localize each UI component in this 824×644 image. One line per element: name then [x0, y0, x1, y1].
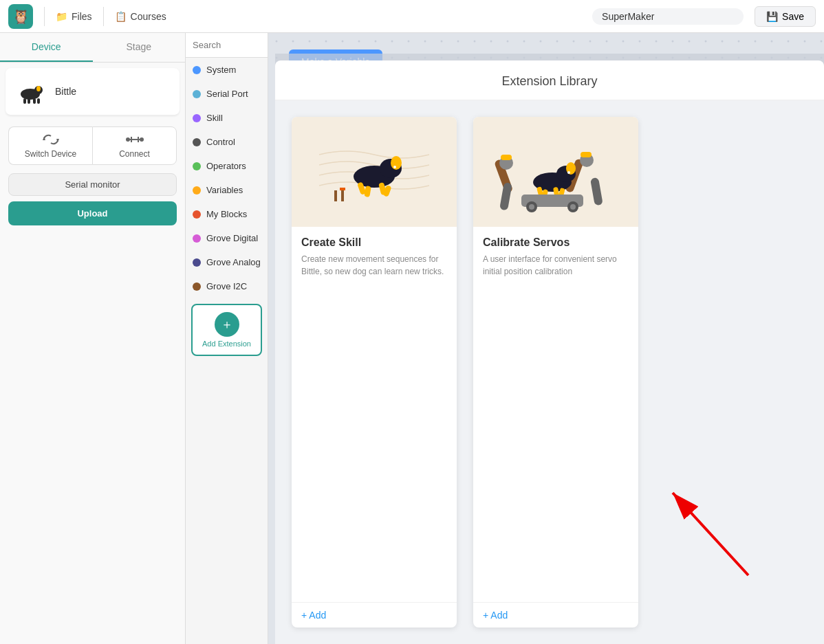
- switch-device-button[interactable]: Switch Device: [8, 126, 92, 165]
- create-skill-body: Create Skill Create new movement sequenc…: [292, 227, 457, 602]
- cat-system[interactable]: System: [186, 58, 268, 82]
- create-skill-image: [292, 117, 457, 227]
- owl-icon: 🦉: [12, 8, 30, 25]
- my-blocks-dot: [193, 210, 201, 219]
- device-info: Bittle: [6, 68, 180, 115]
- svg-rect-27: [334, 190, 337, 201]
- svg-point-20: [393, 166, 396, 168]
- action-buttons: Switch Device Connect: [0, 121, 185, 170]
- add-extension-button[interactable]: ＋ Add Extension: [191, 304, 262, 356]
- create-skill-title: Create Skill: [301, 236, 447, 249]
- calibrate-servos-footer: + Add: [473, 602, 638, 628]
- save-icon: 💾: [766, 11, 778, 22]
- device-name: Bittle: [55, 86, 76, 97]
- device-img: [14, 75, 47, 108]
- files-label: Files: [72, 11, 92, 22]
- courses-icon: 📋: [115, 11, 127, 22]
- cat-my-blocks[interactable]: My Blocks: [186, 202, 268, 226]
- tab-device[interactable]: Device: [0, 33, 93, 62]
- svg-point-11: [140, 137, 144, 142]
- connect-icon: [125, 133, 144, 146]
- nav-courses[interactable]: 📋 Courses: [115, 11, 166, 22]
- calibrate-servos-add-button[interactable]: + Add: [483, 610, 508, 621]
- svg-rect-26: [340, 188, 345, 190]
- grove-digital-dot: [193, 234, 201, 243]
- cat-skill-label: Skill: [206, 113, 223, 123]
- cat-serial-port-label: Serial Port: [206, 89, 248, 99]
- grove-analog-dot: [193, 258, 201, 267]
- create-skill-footer: + Add: [292, 602, 457, 628]
- logo[interactable]: 🦉: [8, 4, 33, 29]
- modal-body: Create Skill Create new movement sequenc…: [275, 100, 824, 644]
- serial-port-dot: [193, 90, 201, 98]
- calibrate-servos-body: Calibrate Servos A user interface for co…: [473, 227, 638, 602]
- files-icon: 📁: [56, 11, 67, 22]
- ext-card-create-skill: Create Skill Create new movement sequenc…: [292, 117, 457, 628]
- nav-files[interactable]: 📁 Files: [56, 11, 92, 22]
- topbar: 🦉 📁 Files 📋 Courses 💾 Save: [0, 0, 824, 33]
- save-button[interactable]: 💾 Save: [755, 6, 816, 27]
- tab-stage[interactable]: Stage: [93, 33, 186, 62]
- courses-label: Courses: [131, 11, 166, 22]
- svg-point-47: [529, 204, 534, 210]
- blocks-search-input[interactable]: [193, 40, 268, 50]
- cat-control-label: Control: [206, 137, 235, 147]
- divider2: [103, 7, 104, 26]
- svg-rect-32: [501, 155, 512, 160]
- calibrate-servos-title: Calibrate Servos: [483, 236, 629, 249]
- cat-operators-label: Operators: [206, 161, 246, 171]
- cat-grove-digital[interactable]: Grove Digital: [186, 226, 268, 250]
- connect-button[interactable]: Connect: [92, 126, 177, 165]
- svg-rect-6: [37, 98, 40, 104]
- blocks-search-row: 🔍: [186, 33, 268, 58]
- blocks-sidebar: 🔍 System Serial Port Skill Control Opera…: [186, 33, 268, 644]
- system-dot: [193, 66, 201, 74]
- create-skill-illustration: [319, 127, 429, 216]
- ext-card-calibrate-servos: Calibrate Servos A user interface for co…: [473, 117, 638, 628]
- modal-inner: Extension Library: [275, 60, 824, 644]
- left-panel: Device Stage Bittle Switch Device: [0, 33, 186, 644]
- save-label: Save: [782, 11, 804, 22]
- cat-my-blocks-label: My Blocks: [206, 209, 247, 219]
- cat-variables[interactable]: Variables: [186, 178, 268, 202]
- divider: [44, 7, 45, 26]
- svg-point-10: [126, 137, 130, 142]
- cat-serial-port[interactable]: Serial Port: [186, 82, 268, 106]
- create-skill-add-button[interactable]: + Add: [301, 610, 326, 621]
- switch-device-label: Switch Device: [25, 149, 76, 159]
- serial-monitor-button[interactable]: Serial monitor: [8, 173, 177, 196]
- svg-point-19: [391, 156, 402, 170]
- search-bar[interactable]: [592, 8, 744, 25]
- cat-grove-i2c[interactable]: Grove I2C: [186, 274, 268, 298]
- cat-system-label: System: [206, 65, 236, 75]
- switch-device-icon: [41, 133, 61, 146]
- skill-dot: [193, 114, 201, 122]
- extension-library-modal: Extension Library: [275, 54, 824, 644]
- cat-grove-digital-label: Grove Digital: [206, 233, 258, 243]
- create-skill-desc: Create new movement sequences for Bittle…: [301, 253, 447, 278]
- cat-operators[interactable]: Operators: [186, 154, 268, 178]
- cat-grove-analog-label: Grove Analog: [206, 257, 261, 267]
- upload-button[interactable]: Upload: [8, 201, 177, 225]
- device-stage-tabs: Device Stage: [0, 33, 185, 63]
- svg-rect-5: [33, 98, 36, 104]
- svg-point-2: [36, 86, 41, 91]
- cat-control[interactable]: Control: [186, 130, 268, 154]
- calibrate-servos-illustration: [487, 127, 625, 216]
- search-input[interactable]: [602, 11, 734, 22]
- grove-i2c-dot: [193, 282, 201, 291]
- svg-rect-4: [28, 98, 30, 104]
- connect-label: Connect: [119, 149, 150, 159]
- cat-grove-analog[interactable]: Grove Analog: [186, 250, 268, 274]
- add-extension-icon: ＋: [215, 312, 239, 337]
- calibrate-servos-image: [473, 117, 638, 227]
- modal-title: Extension Library: [275, 60, 824, 100]
- add-extension-label: Add Extension: [202, 340, 251, 348]
- svg-rect-3: [23, 98, 26, 104]
- calibrate-servos-desc: A user interface for convenient servo in…: [483, 253, 629, 278]
- cat-grove-i2c-label: Grove I2C: [206, 281, 247, 291]
- operators-dot: [193, 162, 201, 170]
- variables-dot: [193, 186, 201, 195]
- cat-skill[interactable]: Skill: [186, 106, 268, 130]
- svg-point-49: [570, 204, 576, 210]
